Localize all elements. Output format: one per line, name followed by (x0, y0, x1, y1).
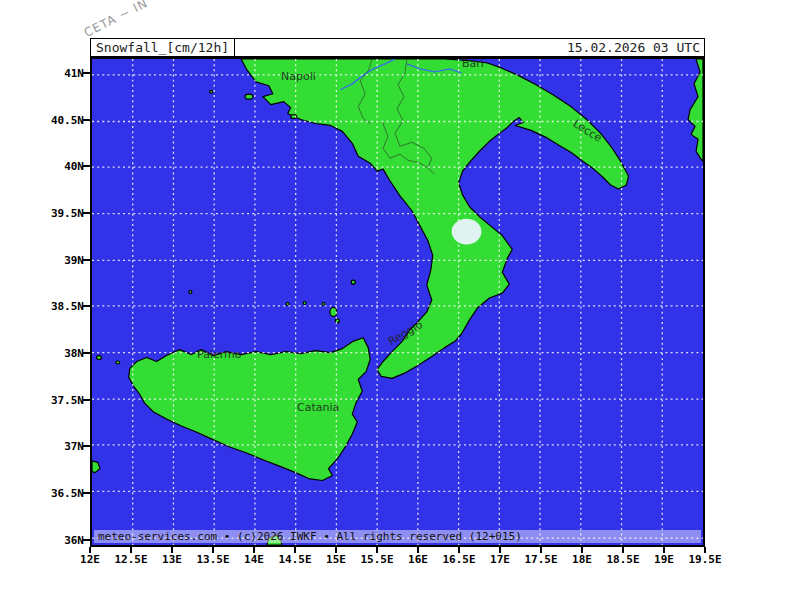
ponza-island (210, 90, 213, 93)
map-title: Snowfall_[cm/12h] (91, 39, 235, 56)
lat-label-40.5N: 40.5N (0, 114, 84, 127)
city-label-palermo: Palermo (197, 348, 241, 361)
lon-tick-16E (417, 547, 419, 553)
egadi-island-2 (116, 361, 120, 364)
lon-tick-12E (89, 547, 91, 553)
lat-tick-38N (83, 352, 90, 354)
lat-label-38.5N: 38.5N (0, 300, 84, 313)
snowfall-patch (452, 219, 482, 245)
lon-tick-19.5E (704, 547, 706, 553)
lat-tick-40N (83, 165, 90, 167)
corner-watermark: CETA ~ IN (82, 0, 151, 40)
lon-tick-12.5E (130, 547, 132, 553)
lat-label-40N: 40N (0, 160, 84, 173)
lat-label-37N: 37N (0, 440, 84, 453)
lat-tick-37N (83, 445, 90, 447)
aeolian-island-3 (286, 302, 289, 305)
map-valid-datetime: 15.02.2026 03 UTC (563, 40, 704, 55)
lat-label-36.5N: 36.5N (0, 487, 84, 500)
lat-label-41N: 41N (0, 67, 84, 80)
city-label-bari: Bari (462, 57, 484, 70)
map-header-bar: Snowfall_[cm/12h] 15.02.2026 03 UTC (90, 38, 705, 57)
lat-label-39N: 39N (0, 254, 84, 267)
weather-map-page: CETA ~ IN Snowfall_[cm/12h] 15.02.2026 0… (0, 0, 800, 600)
lat-tick-39.5N (83, 212, 90, 214)
aeolian-island-1 (322, 302, 325, 305)
lat-tick-39N (83, 259, 90, 261)
lon-tick-17.5E (540, 547, 542, 553)
ischia-island (245, 94, 253, 99)
egadi-island-1 (96, 356, 101, 360)
lat-label-36N: 36N (0, 534, 84, 547)
aeolian-island-2 (303, 302, 306, 305)
lon-tick-18E (581, 547, 583, 553)
city-label-napoli: Napoli (281, 70, 316, 83)
lat-tick-40.5N (83, 119, 90, 121)
lon-tick-15E (335, 547, 337, 553)
lon-label-19.5E: 19.5E (675, 553, 735, 566)
lon-tick-13.5E (212, 547, 214, 553)
stromboli-island (351, 280, 355, 284)
map-svg (92, 59, 703, 545)
city-label-catania: Catania (297, 401, 339, 414)
lat-tick-41N (83, 72, 90, 74)
lat-tick-38.5N (83, 305, 90, 307)
lat-label-39.5N: 39.5N (0, 207, 84, 220)
lon-tick-17E (499, 547, 501, 553)
lon-tick-19E (663, 547, 665, 553)
lon-tick-14E (253, 547, 255, 553)
lat-tick-37.5N (83, 399, 90, 401)
lat-label-38N: 38N (0, 347, 84, 360)
credit-bar: meteo-services.com • (c)2026 IWKF • All … (94, 530, 701, 543)
lat-tick-36N (83, 539, 90, 541)
lon-tick-18.5E (622, 547, 624, 553)
lon-tick-13E (171, 547, 173, 553)
lat-tick-36.5N (83, 492, 90, 494)
lon-tick-16.5E (458, 547, 460, 553)
lon-tick-14.5E (294, 547, 296, 553)
ustica-island (189, 291, 192, 294)
lat-label-37.5N: 37.5N (0, 394, 84, 407)
map-canvas: meteo-services.com • (c)2026 IWKF • All … (90, 57, 705, 547)
lon-tick-15.5E (376, 547, 378, 553)
